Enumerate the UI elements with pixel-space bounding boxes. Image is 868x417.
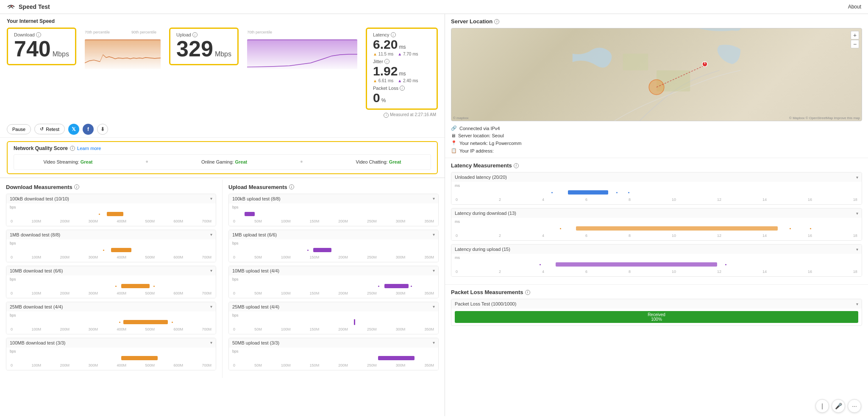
server-info: 🔗 Connected via IPv4 🖥 Server location: …	[451, 125, 862, 153]
video-chatting-score: Great	[389, 159, 401, 164]
learn-more-link[interactable]: Learn more	[77, 146, 101, 151]
download-unit: Mbps	[53, 50, 69, 58]
server-location-section: Server Location i	[445, 14, 868, 158]
latency-unloaded-chart: ms 024681012141618	[451, 182, 862, 204]
packet-loss-info-icon[interactable]: i	[400, 86, 405, 91]
jitter-sub: ▲ 6.61 ms ▲ 2.40 ms	[373, 78, 431, 83]
nq-scores-row: Video Streaming: Great • Online Gaming: …	[14, 154, 431, 170]
upload-50mb-header[interactable]: 50MB upload test (3/3) ▾	[229, 338, 438, 348]
latency-item-upload: Latency during upload (15) ▾ ms 02468101…	[451, 244, 862, 277]
upload-1mb-header[interactable]: 1MB upload test (6/6) ▾	[229, 230, 438, 239]
latency-unloaded-header[interactable]: Unloaded latency (20/20) ▾	[451, 172, 862, 182]
upload-item-100kb: 100kB upload test (8/8) ▾ bps 050M100M15…	[228, 194, 439, 226]
svg-rect-2	[623, 53, 648, 70]
download-1mb-chart: bps 0100M200M300M400M500M600M700M	[6, 239, 216, 262]
download-item-100kb: 100kB download test (10/10) ▾ bps 0100M2…	[6, 194, 216, 226]
latency-item-unloaded: Unloaded latency (20/20) ▾ ms 0246810121…	[451, 172, 862, 205]
upload-1mb-chart: bps 050M100M150M200M250M300M350M	[229, 239, 438, 262]
received-pct: 100%	[648, 317, 665, 322]
download-item-1mb: 1MB download test (8/8) ▾ bps 0100M200M3…	[6, 230, 216, 262]
upload-meas-info[interactable]: i	[289, 184, 294, 189]
download-25mb-axis: 0100M200M300M400M500M600M700M	[10, 327, 212, 331]
upload-unit: Mbps	[215, 50, 231, 58]
online-gaming-score: Great	[235, 159, 247, 164]
svg-point-1	[11, 6, 12, 8]
latency-meas-info[interactable]: i	[514, 163, 519, 168]
download-button[interactable]: ⬇	[97, 124, 108, 135]
map-container: + − © mapbox © Mapbox © OpenStreetMap Im…	[451, 28, 862, 121]
latency-download-header[interactable]: Latency during download (13) ▾	[451, 208, 862, 218]
video-chatting-label: Video Chatting: Great	[356, 159, 401, 164]
twitter-button[interactable]: 𝕏	[68, 124, 79, 135]
video-streaming-score: Great	[81, 159, 93, 164]
download-1mb-header[interactable]: 1MB download test (8/8) ▾	[6, 230, 216, 239]
download-10mb-header[interactable]: 10MB download test (6/6) ▾	[6, 266, 216, 275]
latency-item-download: Latency during download (13) ▾ ms 024681…	[451, 208, 862, 241]
internet-speed-title: Your Internet Speed	[7, 18, 438, 24]
packet-loss-section: Packet Loss Measurements i Packet Loss T…	[445, 285, 868, 334]
nq-sep2: •	[300, 158, 303, 167]
latency-card: Latency i 6.20 ms ▲ 11.5 ms ▲ 7.70 ms	[366, 28, 438, 110]
chevron-icon: ▾	[433, 196, 435, 201]
nq-info-icon[interactable]: i	[70, 146, 75, 151]
chevron-icon: ▾	[433, 340, 435, 345]
packet-loss-unit: %	[381, 97, 386, 103]
download-25mb-header[interactable]: 25MB download test (4/4) ▾	[6, 302, 216, 311]
nq-sep1: •	[146, 158, 148, 167]
download-chart-svg	[85, 40, 161, 69]
download-item-100mb: 100MB download test (3/3) ▾ bps 0100M200…	[6, 338, 216, 370]
toolbar-pipe-button[interactable]: |	[815, 399, 829, 413]
chevron-icon: ▾	[433, 268, 435, 273]
upload-item-1mb: 1MB upload test (6/6) ▾ bps 050M100M150M…	[228, 230, 439, 262]
download-meas-info[interactable]: i	[74, 184, 79, 189]
jitter-row: Jitter i 1.92 ms ▲ 6.61 ms ▲ 2.40 ms	[373, 59, 431, 83]
facebook-button[interactable]: f	[83, 124, 94, 135]
ip-row: 📋 Your IP address:	[451, 148, 862, 153]
retest-button[interactable]: ↺ Retest	[34, 124, 65, 134]
latency-info-icon[interactable]: i	[391, 32, 396, 37]
download-100mb-header[interactable]: 100MB download test (3/3) ▾	[6, 338, 216, 348]
network-row: 📍 Your network: Lg Powercomm	[451, 140, 862, 146]
upload-100kb-header[interactable]: 100kB upload test (8/8) ▾	[229, 194, 438, 203]
upload-10mb-header[interactable]: 10MB upload test (4/4) ▾	[229, 266, 438, 275]
speedtest-icon	[7, 3, 15, 10]
download-10mb-axis: 0100M200M300M400M500M600M700M	[10, 291, 212, 295]
map-zoom-out[interactable]: −	[851, 40, 859, 48]
upload-card: Upload i 329 Mbps	[169, 28, 239, 65]
upload-25mb-header[interactable]: 25MB upload test (4/4) ▾	[229, 302, 438, 311]
download-100kb-header[interactable]: 100kB download test (10/10) ▾	[6, 194, 216, 203]
app-title-row: Speed Test	[7, 3, 50, 10]
pause-button[interactable]: Pause	[7, 124, 31, 134]
about-link[interactable]: About	[848, 4, 861, 10]
download-chart-area: 70th percentile 90th percentile	[85, 28, 161, 69]
jitter-info-icon[interactable]: i	[384, 59, 389, 64]
latency-download-chart: ms 024681012141618	[451, 218, 862, 240]
upload-25mb-chart: bps 050M100M150M200M250M300M350M	[229, 311, 438, 334]
upload-value: 329	[176, 37, 213, 61]
toolbar-more-button[interactable]: ···	[848, 399, 861, 413]
upload-value-row: 329 Mbps	[176, 37, 231, 61]
upload-item-25mb: 25MB upload test (4/4) ▾ bps 050M100M150…	[228, 302, 439, 334]
download-value-row: 740 Mbps	[14, 37, 69, 61]
download-10mb-chart: bps 0100M200M300M400M500M600M700M	[6, 275, 216, 298]
latency-row: Latency i 6.20 ms ▲ 11.5 ms ▲ 7.70 ms	[373, 32, 431, 56]
map-controls: + −	[851, 31, 859, 48]
map-zoom-in[interactable]: +	[851, 31, 859, 39]
download-100mb-axis: 0100M200M300M400M500M600M700M	[10, 363, 212, 367]
app-title: Speed Test	[19, 3, 50, 10]
server-icon: 🖥	[451, 133, 456, 138]
chevron-icon: ▾	[210, 304, 212, 309]
latency-upload-header[interactable]: Latency during upload (15) ▾	[451, 245, 862, 254]
network-icon: 📍	[451, 140, 457, 146]
download-meas-title: Download Measurements i	[6, 184, 216, 190]
download-measurements: Download Measurements i 100kB download t…	[0, 180, 223, 378]
chevron-icon: ▾	[433, 232, 435, 237]
server-location-info[interactable]: i	[494, 19, 499, 24]
chevron-icon: ▾	[210, 232, 212, 237]
upload-50mb-chart: bps 050M100M150M200M250M300M350M	[229, 348, 438, 370]
measured-info-icon[interactable]: i	[384, 113, 389, 118]
packet-loss-meas-info[interactable]: i	[525, 290, 530, 295]
packet-loss-test-header[interactable]: Packet Loss Test (1000/1000) ▾	[451, 299, 862, 309]
chevron-icon: ▾	[856, 211, 858, 216]
toolbar-mic-button[interactable]: 🎤	[832, 399, 845, 413]
